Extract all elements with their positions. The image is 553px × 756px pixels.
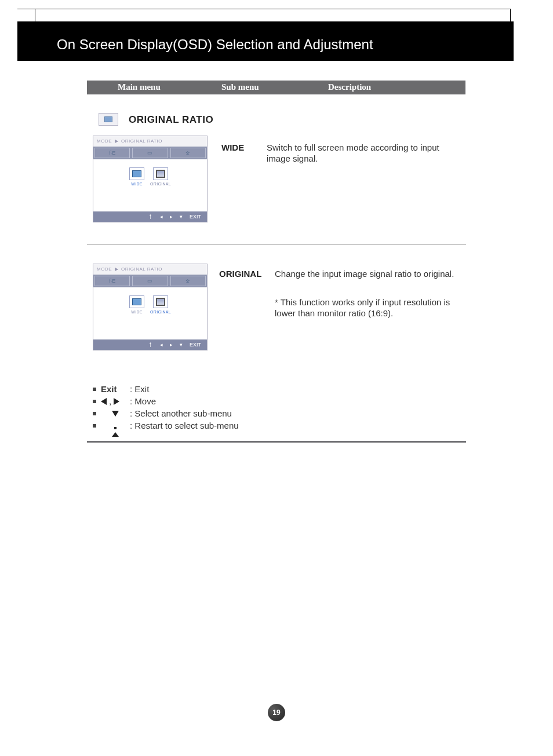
submenu-original: ORIGINAL	[219, 269, 261, 279]
exit-label: EXIT	[190, 342, 201, 348]
exit-label: EXIT	[190, 214, 201, 220]
tab-ratio: ▭	[132, 148, 168, 158]
legend-move-desc: : Move	[130, 396, 156, 406]
tab-dualweb: ※	[170, 276, 206, 286]
osd-option-wide: WIDE	[129, 295, 144, 314]
legend-comma: ,	[109, 396, 111, 406]
col-description: Description	[328, 82, 371, 92]
wide-icon	[129, 167, 144, 180]
tab-fengine: f·E	[94, 148, 130, 158]
section-divider	[87, 441, 466, 443]
down-arrow-icon: ▾	[180, 342, 183, 348]
original-label: ORIGINAL	[150, 182, 171, 186]
legend-exit-desc: : Exit	[130, 384, 149, 394]
wide-icon	[129, 295, 144, 308]
osd-footer: ⭡ ◂ ▸ ▾ EXIT	[93, 211, 207, 222]
osd-breadcrumb: MODE ▶ ORIGINAL RATIO	[93, 136, 207, 147]
triangle-left-icon	[101, 398, 107, 405]
osd-panel-original: MODE ▶ ORIGINAL RATIO f·E ▭ ※ WIDE ORIGI…	[93, 264, 208, 350]
breadcrumb-item: ORIGINAL RATIO	[121, 138, 162, 144]
original-icon	[153, 295, 168, 308]
page-number-badge: 19	[268, 704, 285, 721]
right-arrow-icon: ▸	[170, 342, 173, 348]
divider	[87, 244, 466, 244]
osd-footer: ⭡ ◂ ▸ ▾ EXIT	[93, 339, 207, 350]
crop-mark	[35, 9, 35, 21]
left-arrow-icon: ◂	[160, 342, 163, 348]
breadcrumb-mode: MODE	[97, 266, 112, 272]
submenu-wide: WIDE	[221, 143, 244, 152]
osd-tabs: f·E ▭ ※	[93, 147, 207, 159]
bullet-icon	[93, 424, 96, 428]
osd-body: WIDE ORIGINAL	[93, 287, 207, 339]
up-arrow-icon: ⭡	[148, 214, 153, 220]
wide-label: WIDE	[131, 182, 142, 186]
osd-option-wide: WIDE	[129, 167, 144, 186]
original-ratio-icon	[99, 113, 118, 126]
legend: Exit : Exit , : Move : Select another su…	[93, 384, 239, 433]
left-arrow-icon: ◂	[160, 214, 163, 220]
tab-dualweb: ※	[170, 148, 206, 158]
note-original: * This function works only if input reso…	[275, 297, 454, 319]
page-title: On Screen Display(OSD) Selection and Adj…	[57, 36, 373, 53]
triangle-right-icon	[114, 398, 119, 405]
legend-select-desc: : Select another sub-menu	[130, 408, 232, 418]
ratio-glyph-icon	[104, 116, 112, 122]
original-icon	[153, 167, 168, 180]
osd-panel-wide: MODE ▶ ORIGINAL RATIO f·E ▭ ※ WIDE ORIGI…	[93, 136, 208, 222]
osd-option-original: ORIGINAL	[150, 295, 171, 314]
triangle-down-icon	[112, 411, 119, 417]
osd-option-original: ORIGINAL	[150, 167, 171, 186]
osd-body: WIDE ORIGINAL	[93, 159, 207, 211]
bullet-icon	[93, 400, 96, 403]
home-arrow-icon	[112, 422, 119, 437]
legend-row-exit: Exit : Exit	[93, 384, 239, 394]
legend-row-restart: : Restart to select sub-menu	[93, 421, 239, 430]
breadcrumb-mode: MODE	[97, 138, 112, 144]
legend-exit-key: Exit	[101, 384, 117, 394]
section-title: ORIGINAL RATIO	[129, 114, 213, 126]
osd-tabs: f·E ▭ ※	[93, 275, 207, 287]
breadcrumb-item: ORIGINAL RATIO	[121, 266, 162, 272]
original-label: ORIGINAL	[150, 310, 171, 314]
tab-ratio: ▭	[132, 276, 168, 286]
col-main-menu: Main menu	[118, 82, 161, 92]
legend-restart-desc: : Restart to select sub-menu	[130, 421, 239, 430]
right-arrow-icon: ▸	[170, 214, 173, 220]
bullet-icon	[93, 388, 96, 391]
legend-row-select: : Select another sub-menu	[93, 408, 239, 418]
bullet-icon	[93, 412, 96, 415]
desc-original: Change the input image signal ratio to o…	[275, 269, 454, 280]
col-sub-menu: Sub menu	[221, 82, 259, 92]
breadcrumb-arrow-icon: ▶	[115, 266, 119, 272]
down-arrow-icon: ▾	[180, 214, 183, 220]
wide-label: WIDE	[131, 310, 142, 314]
desc-wide: Switch to full screen mode according to …	[267, 143, 452, 165]
legend-row-move: , : Move	[93, 396, 239, 406]
tab-fengine: f·E	[94, 276, 130, 286]
crop-mark	[17, 9, 510, 9]
osd-breadcrumb: MODE ▶ ORIGINAL RATIO	[93, 264, 207, 275]
breadcrumb-arrow-icon: ▶	[115, 138, 119, 144]
up-arrow-icon: ⭡	[148, 342, 153, 348]
